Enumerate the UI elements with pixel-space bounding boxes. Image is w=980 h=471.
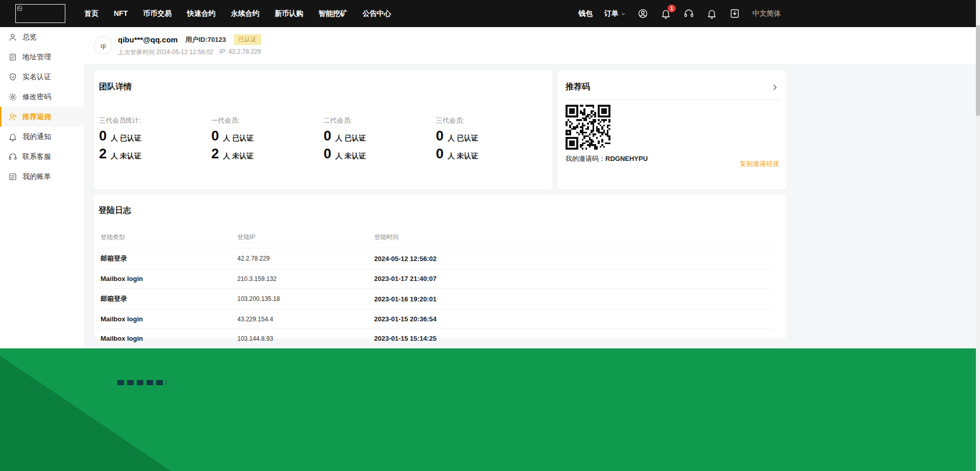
nav-item-quick-contract[interactable]: 快速合约 — [187, 9, 215, 18]
sidebar-item-address-management[interactable]: 地址管理 — [0, 47, 84, 67]
login-time-cell: 2024-05-12 12:56:02 — [372, 248, 773, 269]
stat-label: 人 已认证 — [111, 134, 141, 143]
headset-icon — [8, 152, 17, 161]
stat-column-gen2: 二代会员: 0人 已认证 0人 未认证 — [324, 116, 436, 161]
chevron-down-icon — [621, 11, 626, 16]
user-info-bar: qi qibu***@qq.com 用户ID:70123 已认证 上次登录时间 … — [84, 27, 980, 64]
sidebar-item-identity-verification[interactable]: 实名认证 — [0, 67, 84, 87]
main-menu: 首页 NFT 币币交易 快速合约 永续合约 新币认购 智能挖矿 公告中心 — [84, 9, 391, 18]
sidebar-item-customer-service[interactable]: 联系客服 — [0, 147, 84, 167]
team-details-title: 团队详情 — [99, 82, 547, 92]
verified-badge: 已认证 — [234, 34, 261, 45]
sidebar-item-overview[interactable]: 总览 — [0, 27, 84, 47]
login-time-cell: 2023-01-15 15:14:25 — [372, 329, 773, 348]
stat-number: 0 — [99, 129, 107, 143]
bill-list-icon — [8, 172, 17, 181]
stat-number: 2 — [211, 147, 219, 161]
user-id: 用户ID:70123 — [185, 35, 226, 44]
table-row: Mailbox login 210.3.159.132 2023-01-17 2… — [99, 269, 773, 289]
scrollbar-thumb[interactable] — [976, 25, 980, 116]
referral-card-title: 推荐码 — [566, 82, 590, 92]
nav-item-spot-trade[interactable]: 币币交易 — [143, 9, 172, 18]
account-icon[interactable] — [638, 8, 649, 19]
nav-item-new-coin[interactable]: 新币认购 — [275, 9, 303, 18]
stat-label: 人 未认证 — [335, 152, 366, 161]
chevron-right-icon[interactable] — [771, 83, 779, 91]
stat-column-gen3-total: 三代会员统计: 0人 已认证 2人 未认证 — [99, 116, 211, 161]
broken-image-icon — [17, 6, 22, 11]
login-type-cell: 邮箱登录 — [99, 248, 235, 269]
copy-invitation-link[interactable]: 复制邀请链接 — [740, 159, 779, 169]
sidebar-item-label: 我的账单 — [22, 172, 51, 181]
stat-label: 人 未认证 — [111, 152, 141, 161]
stat-number: 0 — [324, 129, 331, 143]
bell-icon[interactable] — [706, 8, 718, 19]
table-row: Mailbox login 43.229.154.4 2023-01-15 20… — [99, 310, 773, 329]
sidebar-item-notifications[interactable]: 我的通知 — [0, 127, 84, 147]
nav-item-nft[interactable]: NFT — [114, 9, 128, 18]
vertical-scrollbar — [976, 0, 980, 471]
cards-row: 团队详情 三代会员统计: 0人 已认证 2人 未认证 一代会员: 0人 已认证 … — [94, 70, 786, 189]
stat-label: 人 已认证 — [335, 134, 366, 143]
sidebar-item-label: 我的通知 — [22, 132, 51, 142]
nav-item-perpetual-contract[interactable]: 永续合约 — [231, 9, 259, 18]
message-bell-icon[interactable]: 1 — [660, 8, 672, 19]
sidebar-item-label: 联系客服 — [22, 152, 51, 161]
qr-code — [566, 105, 610, 150]
page-body: 总览 地址管理 实名认证 修改密码 推荐返佣 我的通知 — [0, 27, 980, 348]
stat-header: 三代会员统计: — [99, 116, 211, 125]
wallet-link[interactable]: 钱包 — [578, 9, 593, 18]
stat-number: 0 — [436, 147, 444, 161]
last-login-time: 上次登录时间 2024-05-12 12:56:02 — [118, 48, 213, 57]
download-icon[interactable] — [729, 8, 741, 19]
table-row: 邮箱登录 103.200.135.18 2023-01-16 19:20:01 — [99, 289, 773, 310]
stat-header: 一代会员: — [211, 116, 324, 125]
stat-header: 二代会员: — [324, 116, 436, 125]
login-log-table: 登陆类型 登陆IP 登陆时间 邮箱登录 42.2.78.229 2024-05-… — [99, 230, 773, 348]
login-type-cell: Mailbox login — [99, 269, 235, 289]
headset-icon[interactable] — [683, 8, 695, 19]
login-log-title: 登陆日志 — [99, 205, 773, 216]
footer-diagonal-decoration — [0, 348, 171, 471]
login-ip-cell: 103.144.8.93 — [235, 329, 372, 348]
login-time-cell: 2023-01-17 21:40:07 — [372, 269, 773, 289]
stat-column-gen1: 一代会员: 0人 已认证 2人 未认证 — [211, 116, 324, 161]
avatar-text: qi — [101, 42, 106, 50]
column-header-login-ip: 登陆IP — [235, 230, 372, 248]
stat-header: 三代会员: — [436, 116, 548, 125]
user-plus-icon — [8, 112, 17, 122]
table-row: Mailbox login 103.144.8.93 2023-01-15 15… — [99, 329, 773, 348]
sidebar-item-referral-commission[interactable]: 推荐返佣 — [0, 107, 84, 127]
nav-item-smart-mining[interactable]: 智能挖矿 — [318, 9, 347, 18]
shield-check-icon — [8, 73, 17, 82]
column-header-login-type: 登陆类型 — [99, 230, 235, 248]
notification-badge: 1 — [668, 5, 676, 12]
table-row: 邮箱登录 42.2.78.229 2024-05-12 12:56:02 — [99, 248, 773, 269]
top-navigation: 首页 NFT 币币交易 快速合约 永续合约 新币认购 智能挖矿 公告中心 钱包 … — [0, 0, 980, 27]
login-time-cell: 2023-01-16 19:20:01 — [372, 289, 773, 310]
language-selector[interactable]: 中文简体 — [752, 9, 781, 18]
table-header-row: 登陆类型 登陆IP 登陆时间 — [99, 230, 773, 248]
nav-item-announcements[interactable]: 公告中心 — [362, 9, 391, 18]
stat-label: 人 未认证 — [448, 152, 478, 161]
login-ip-cell: 210.3.159.132 — [235, 269, 372, 289]
stat-number: 2 — [99, 147, 107, 161]
topnav-right-group: 钱包 订单 1 — [578, 8, 781, 19]
login-time-cell: 2023-01-15 20:36:54 — [372, 310, 773, 329]
sidebar-item-label: 推荐返佣 — [22, 112, 51, 122]
site-logo[interactable] — [15, 4, 65, 23]
stat-column-gen3: 三代会员: 0人 已认证 0人 未认证 — [436, 116, 548, 161]
team-stats-grid: 三代会员统计: 0人 已认证 2人 未认证 一代会员: 0人 已认证 2人 未认… — [99, 116, 547, 161]
orders-dropdown[interactable]: 订单 — [604, 9, 626, 18]
nav-item-home[interactable]: 首页 — [84, 9, 99, 18]
sidebar-item-label: 总览 — [22, 33, 37, 42]
address-book-icon — [8, 53, 17, 62]
login-log-card: 登陆日志 登陆类型 登陆IP 登陆时间 邮箱登录 42.2.78.229 202… — [94, 194, 786, 338]
sidebar-item-label: 地址管理 — [22, 53, 51, 62]
stat-number: 0 — [324, 147, 331, 161]
referral-code-card: 推荐码 我的邀请码：RDGNEHYPU 复制邀请链接 — [558, 70, 786, 189]
sidebar-item-change-password[interactable]: 修改密码 — [0, 87, 84, 107]
sidebar-item-my-bills[interactable]: 我的账单 — [0, 167, 84, 186]
bell-icon — [8, 132, 17, 142]
main-content: qi qibu***@qq.com 用户ID:70123 已认证 上次登录时间 … — [84, 27, 980, 348]
